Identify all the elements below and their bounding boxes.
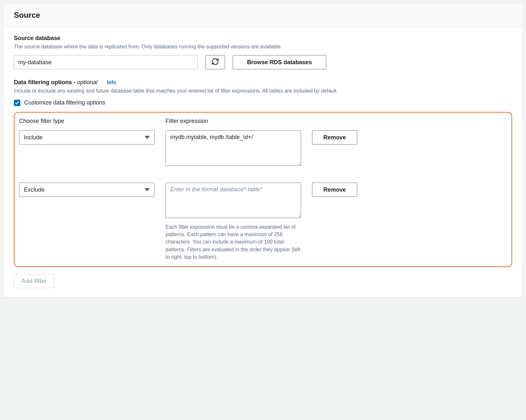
source-panel: Source Source database The source databa… [3,3,523,297]
panel-header: Source [4,4,522,27]
chevron-down-icon [145,136,150,139]
info-link[interactable]: Info [107,80,116,85]
filter-type-select-1[interactable]: Exclude [19,183,155,197]
filtering-title-optional: optional [77,79,97,85]
data-filtering-section: Data filtering options - optional Info I… [14,79,512,288]
customize-checkbox-label: Customize data filtering options [24,99,105,106]
filtering-title-row: Data filtering options - optional Info [14,79,512,86]
filter-type-value-0: Include [24,134,43,141]
filter-type-value-1: Exclude [24,186,45,193]
chevron-down-icon [145,188,150,191]
panel-body: Source database The source database wher… [4,27,522,297]
divider [102,79,102,86]
refresh-icon [211,58,219,67]
source-database-input[interactable] [14,55,198,69]
filtering-title: Data filtering options - optional [14,79,97,86]
source-database-label: Source database [14,35,512,42]
browse-rds-button[interactable]: Browse RDS databases [233,55,326,69]
filtering-title-prefix: Data filtering options - [14,79,77,85]
filtering-description: Include or exclude any existing and futu… [14,87,512,95]
column-header-expression: Filter expression [166,118,301,125]
refresh-button[interactable] [206,55,225,69]
remove-filter-button-1[interactable]: Remove [312,183,357,197]
column-header-type: Choose filter type [19,118,155,125]
filter-highlight-box: Choose filter type Filter expression Inc… [14,112,512,267]
filter-type-select-0[interactable]: Include [19,130,155,145]
panel-title: Source [14,11,512,20]
filter-grid: Choose filter type Filter expression Inc… [19,118,507,261]
customize-checkbox[interactable] [14,100,20,106]
customize-checkbox-row: Customize data filtering options [14,99,512,106]
filter-expression-input-0[interactable] [166,130,301,166]
source-database-section: Source database The source database wher… [14,35,512,69]
filter-expression-hint: Each filter expression must be a comma-s… [166,223,301,261]
add-filter-button[interactable]: Add filter [14,274,54,288]
source-database-row: Browse RDS databases [14,55,512,69]
remove-filter-button-0[interactable]: Remove [312,130,357,145]
filter-expression-input-1[interactable] [166,183,301,218]
source-database-description: The source database where the data is re… [14,43,512,51]
